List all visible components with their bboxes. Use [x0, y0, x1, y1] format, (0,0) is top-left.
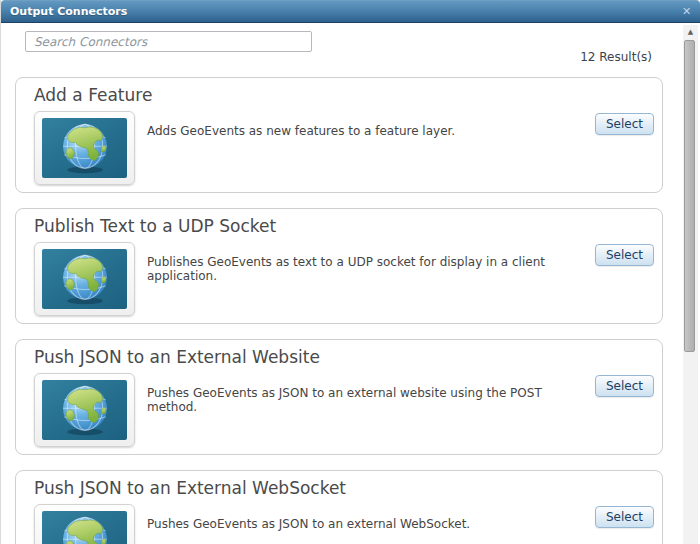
globe-icon	[42, 249, 127, 309]
connector-thumbnail	[34, 504, 135, 544]
connector-title: Add a Feature	[34, 85, 152, 105]
connector-title: Push JSON to an External WebSocket	[34, 478, 346, 498]
connector-card: Push JSON to an External Website	[15, 339, 663, 455]
output-connectors-dialog: Output Connectors ✕ 12 Result(s) Add a F…	[0, 0, 700, 544]
connector-thumbnail	[34, 242, 135, 316]
connector-card: Add a Feature	[15, 77, 663, 193]
select-button[interactable]: Select	[595, 113, 654, 135]
select-button[interactable]: Select	[595, 375, 654, 397]
dialog-titlebar: Output Connectors ✕	[1, 0, 700, 23]
vertical-scrollbar: ▲	[683, 25, 698, 544]
globe-icon	[42, 118, 127, 178]
scrollbar-thumb[interactable]	[684, 40, 695, 352]
connector-description: Publishes GeoEvents as text to a UDP soc…	[147, 255, 590, 283]
scroll-up-icon[interactable]: ▲	[683, 25, 698, 40]
connector-card: Publish Text to a UDP Socket	[15, 208, 663, 324]
connector-thumbnail	[34, 111, 135, 185]
connector-title: Publish Text to a UDP Socket	[34, 216, 276, 236]
connector-card: Push JSON to an External WebSocket	[15, 470, 663, 544]
results-count: 12 Result(s)	[580, 50, 652, 64]
connector-thumbnail	[34, 373, 135, 447]
globe-icon	[42, 380, 127, 440]
connector-description: Pushes GeoEvents as JSON to an external …	[147, 517, 590, 531]
search-input[interactable]	[25, 31, 312, 52]
select-button[interactable]: Select	[595, 244, 654, 266]
connector-description: Adds GeoEvents as new features to a feat…	[147, 124, 590, 138]
globe-icon	[42, 511, 127, 544]
close-icon[interactable]: ✕	[679, 4, 694, 19]
select-button[interactable]: Select	[595, 506, 654, 528]
connector-list: Add a Feature	[15, 77, 663, 544]
dialog-title: Output Connectors	[1, 1, 700, 22]
connector-title: Push JSON to an External Website	[34, 347, 320, 367]
connector-description: Pushes GeoEvents as JSON to an external …	[147, 386, 590, 414]
